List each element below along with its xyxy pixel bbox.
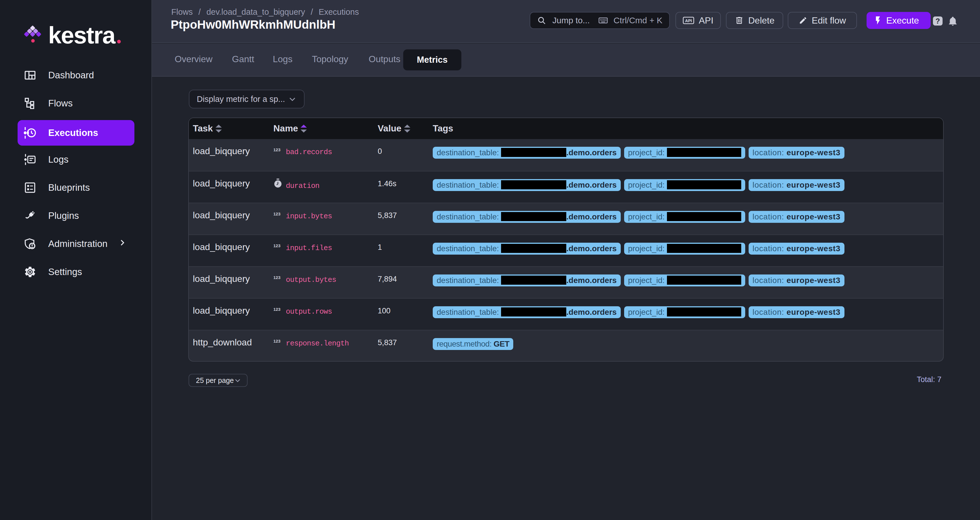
svg-text:API: API (685, 18, 692, 23)
